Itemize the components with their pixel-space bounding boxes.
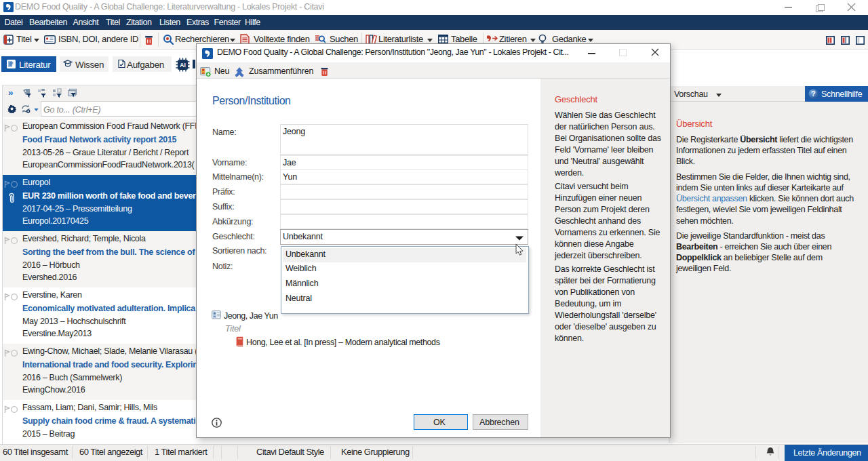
svg-text:?: ? xyxy=(811,89,815,98)
svg-text:AI: AI xyxy=(180,62,186,68)
